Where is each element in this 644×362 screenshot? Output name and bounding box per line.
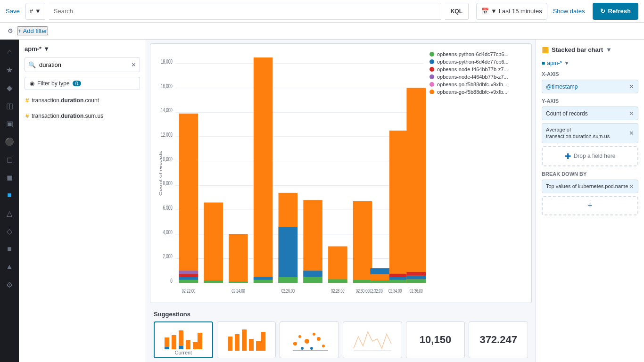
- legend-color-3: [429, 67, 434, 72]
- svg-text:02:28:00: 02:28:00: [331, 288, 345, 294]
- svg-rect-38: [303, 271, 322, 277]
- y-axis-field-2: Average of transaction.duration.sum.us: [546, 126, 629, 140]
- chart-container: 0 2,000 4,000 6,000 8,000 10,000 12,000 …: [150, 43, 532, 303]
- legend-item-5: opbeans-go-f5b88dbfc-v9xfb...: [429, 82, 524, 87]
- sidebar-nav: ⌂ ★ ◆ ◫ ▣ ⚫ ◻ ◼ ■ △ ◇ ■ ▲ ⚙: [0, 40, 19, 362]
- sidebar-icon-uptime[interactable]: △: [1, 205, 18, 222]
- legend-color-1: [429, 52, 434, 57]
- suggestion-number-2[interactable]: 372.247: [469, 321, 528, 358]
- svg-rect-69: [193, 342, 198, 349]
- sidebar-icon-lens[interactable]: ■: [1, 187, 18, 204]
- svg-rect-36: [303, 200, 322, 283]
- legend-color-2: [429, 59, 434, 64]
- suggestion-number-1[interactable]: 10,150: [406, 321, 465, 358]
- sidebar-icon-logs[interactable]: ▲: [1, 258, 18, 275]
- calendar-icon: 📅: [481, 8, 489, 15]
- plus-icon: ✚: [565, 152, 571, 161]
- remove-y-axis-1-icon[interactable]: ✕: [629, 110, 634, 117]
- sidebar-icon-infra[interactable]: ■: [1, 240, 18, 257]
- svg-rect-22: [179, 280, 198, 283]
- svg-rect-73: [242, 329, 247, 351]
- chevron-down-icon[interactable]: ▼: [564, 60, 570, 66]
- svg-rect-26: [204, 203, 223, 283]
- svg-text:8,000: 8,000: [163, 180, 173, 186]
- drop-field-box[interactable]: ✚ Drop a field here: [542, 146, 638, 166]
- chevron-down-icon[interactable]: ▼: [606, 46, 612, 53]
- chart-type-header: ▦ Stacked bar chart ▼: [542, 45, 638, 54]
- index-pattern-header[interactable]: apm-* ▼: [25, 45, 140, 52]
- sidebar-icon-dashboard[interactable]: ◫: [1, 97, 18, 114]
- y-axis-chip-2[interactable]: Average of transaction.duration.sum.us ✕: [542, 123, 638, 143]
- svg-rect-35: [279, 277, 298, 283]
- suggestion-chart-3: [288, 327, 330, 353]
- remove-x-axis-icon[interactable]: ✕: [629, 83, 634, 90]
- legend-label-2: opbeans-python-6d4dc77cb6...: [437, 59, 509, 65]
- x-axis-chip[interactable]: @timestamp ✕: [542, 80, 638, 93]
- add-filter-button[interactable]: + Add filter: [17, 26, 48, 35]
- svg-point-80: [313, 333, 315, 336]
- svg-rect-37: [303, 277, 322, 283]
- filter-by-type-button[interactable]: ◉ Filter by type 0: [25, 77, 140, 90]
- svg-rect-76: [261, 332, 265, 351]
- suggestion-scatter[interactable]: [280, 321, 339, 358]
- remove-y-axis-2-icon[interactable]: ✕: [629, 130, 634, 137]
- refresh-button[interactable]: ↻ Refresh: [593, 3, 638, 20]
- index-pattern-name: apm-*: [25, 45, 41, 52]
- sidebar-icon-ml[interactable]: ◻: [1, 151, 18, 168]
- search-input[interactable]: [49, 3, 441, 20]
- time-selector[interactable]: 📅 ▼ Last 15 minutes: [476, 3, 547, 20]
- field-item-duration-count[interactable]: # transaction.duration.count: [25, 95, 140, 106]
- field-search-input[interactable]: [25, 57, 140, 72]
- sidebar-icon-siem[interactable]: ◇: [1, 222, 18, 239]
- search-type-selector[interactable]: # ▼: [25, 3, 45, 20]
- chart-legend: opbeans-python-6d4dc77cb6... opbeans-pyt…: [429, 51, 524, 295]
- svg-text:02:24:00: 02:24:00: [231, 288, 245, 294]
- show-dates-button[interactable]: Show dates: [553, 8, 585, 15]
- field-type-icon: #: [25, 112, 29, 119]
- save-link[interactable]: Save: [6, 8, 20, 15]
- hash-icon: #: [30, 8, 33, 15]
- svg-rect-29: [229, 282, 248, 283]
- clear-search-icon[interactable]: ✕: [131, 61, 136, 68]
- svg-text:6,000: 6,000: [163, 204, 173, 211]
- remove-breakdown-icon[interactable]: ✕: [629, 183, 634, 190]
- chart-type-label: Stacked bar chart: [552, 46, 603, 53]
- breakdown-label: Break down by: [542, 171, 638, 177]
- data-source-name[interactable]: apm-*: [547, 60, 562, 66]
- data-table-icon: ■: [542, 60, 545, 66]
- sidebar-icon-discover[interactable]: ★: [1, 61, 18, 78]
- svg-rect-72: [235, 334, 239, 351]
- sidebar-icon-home[interactable]: ⌂: [1, 43, 18, 60]
- legend-label-4: opbeans-node-f464bb77b-z7...: [437, 74, 508, 80]
- svg-text:02:26:00: 02:26:00: [281, 288, 295, 294]
- bar-chart-icon: ▦: [542, 45, 549, 54]
- sidebar-icon-canvas[interactable]: ▣: [1, 115, 18, 132]
- svg-text:0: 0: [170, 277, 173, 284]
- field-item-duration-sum[interactable]: # transaction.duration.sum.us: [25, 110, 140, 121]
- svg-text:4,000: 4,000: [163, 229, 173, 235]
- svg-rect-32: [254, 277, 273, 280]
- sidebar-icon-visualize[interactable]: ◆: [1, 79, 18, 96]
- breakdown-chip[interactable]: Top values of kubernetes.pod.name ✕: [542, 180, 638, 193]
- suggestion-chart-2: [225, 327, 268, 353]
- sidebar-icon-settings[interactable]: ⚙: [1, 276, 18, 293]
- suggestion-bar2[interactable]: [217, 321, 276, 358]
- svg-rect-25: [179, 271, 198, 273]
- suggestion-line[interactable]: [343, 321, 402, 358]
- sidebar-icon-apm[interactable]: ◼: [1, 169, 18, 186]
- svg-rect-64: [165, 347, 169, 349]
- filter-count-badge: 0: [73, 81, 81, 86]
- suggestions-items: Current: [154, 321, 528, 358]
- svg-point-83: [310, 347, 313, 350]
- sidebar-icon-maps[interactable]: ⚫: [1, 133, 18, 150]
- suggestion-current[interactable]: Current: [154, 321, 213, 358]
- svg-point-78: [298, 335, 301, 338]
- x-axis-field: @timestamp: [546, 83, 578, 90]
- kql-button[interactable]: KQL: [445, 3, 469, 20]
- svg-text:Count of records: Count of records: [158, 151, 163, 196]
- refresh-label: Refresh: [608, 8, 631, 15]
- add-breakdown-button[interactable]: +: [542, 196, 638, 215]
- suggestions-bar: Suggestions Current: [146, 307, 536, 362]
- svg-rect-31: [254, 280, 273, 283]
- y-axis-chip-1[interactable]: Count of records ✕: [542, 107, 638, 120]
